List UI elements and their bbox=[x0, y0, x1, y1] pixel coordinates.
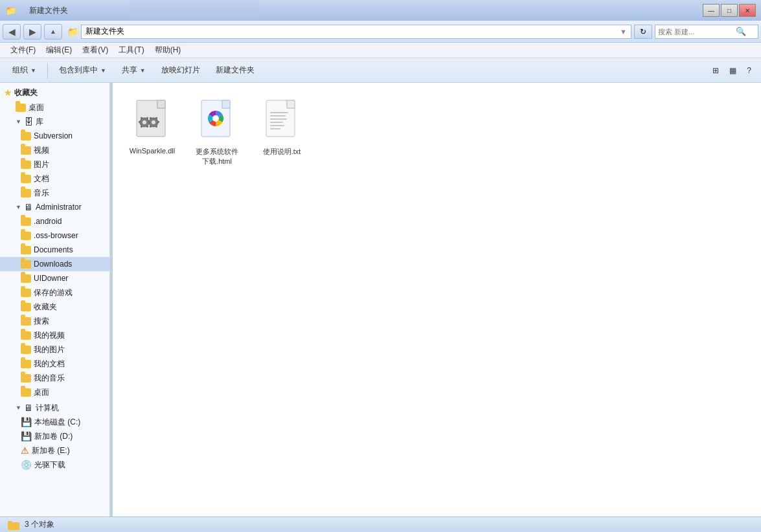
address-bar: ◀ ▶ ▲ 📁 ▼ ↻ 🔍 bbox=[0, 21, 761, 43]
sidebar-item-documents[interactable]: 文档 bbox=[0, 172, 109, 186]
search-box[interactable]: 🔍 bbox=[655, 25, 758, 39]
sidebar-item-drive-d[interactable]: 💾 新加卷 (D:) bbox=[0, 429, 109, 443]
maximize-button[interactable]: □ bbox=[721, 4, 738, 17]
svg-rect-19 bbox=[222, 100, 230, 108]
sidebar-item-my-pictures[interactable]: 我的图片 bbox=[0, 342, 109, 357]
help-button[interactable]: ? bbox=[742, 61, 756, 80]
library-tree-arrow: ▼ bbox=[16, 118, 22, 125]
sidebar-item-music[interactable]: 音乐 bbox=[0, 186, 109, 200]
sidebar-item-pictures[interactable]: 图片 bbox=[0, 157, 109, 172]
file-item-dll[interactable]: WinSparkle.dll bbox=[123, 93, 181, 171]
file-item-txt[interactable]: 使用说明.txt bbox=[253, 93, 311, 171]
menu-view[interactable]: 查看(V) bbox=[77, 43, 113, 57]
close-button[interactable]: ✕ bbox=[739, 4, 756, 17]
up-button[interactable]: ▲ bbox=[44, 24, 62, 39]
library-label: 库 bbox=[36, 116, 43, 127]
folder-icon bbox=[21, 360, 31, 368]
sidebar-item-my-music[interactable]: 我的音乐 bbox=[0, 371, 109, 385]
menu-edit[interactable]: 编辑(E) bbox=[41, 43, 77, 57]
sidebar-item-uidowner[interactable]: UIDowner bbox=[0, 271, 109, 285]
share-arrow: ▼ bbox=[140, 67, 146, 74]
sidebar-item-desktop2[interactable]: 桌面 bbox=[0, 385, 109, 399]
new-folder-button[interactable]: 新建文件夹 bbox=[209, 61, 262, 80]
folder-icon bbox=[21, 303, 31, 311]
sidebar-item-subversion[interactable]: Subversion bbox=[0, 129, 109, 143]
oss-label: .oss-browser bbox=[34, 231, 78, 240]
folder-icon bbox=[21, 317, 31, 326]
sidebar-item-drive-e[interactable]: ⚠ 新加卷 (E:) bbox=[0, 443, 109, 458]
sidebar-item-administrator[interactable]: ▼ 🖥 Administrator bbox=[0, 200, 109, 214]
organize-arrow: ▼ bbox=[30, 67, 36, 74]
organize-button[interactable]: 组织 ▼ bbox=[5, 61, 43, 80]
folder-icon bbox=[21, 374, 31, 382]
svg-rect-23 bbox=[270, 112, 288, 113]
preview-button[interactable]: ▦ bbox=[725, 61, 741, 80]
include-arrow: ▼ bbox=[100, 67, 106, 74]
sidebar-item-my-video[interactable]: 我的视频 bbox=[0, 328, 109, 342]
folder-icon bbox=[16, 104, 26, 112]
svg-rect-7 bbox=[146, 117, 148, 119]
search-icon[interactable]: 🔍 bbox=[736, 27, 746, 36]
sidebar-item-video[interactable]: 视频 bbox=[0, 143, 109, 157]
slideshow-button[interactable]: 放映幻灯片 bbox=[154, 61, 207, 80]
folder-path-icon: 📁 bbox=[67, 27, 78, 37]
html-file-icon bbox=[196, 98, 238, 144]
share-button[interactable]: 共享 ▼ bbox=[115, 61, 153, 80]
dll-file-icon bbox=[131, 98, 173, 144]
drive-e-icon: ⚠ bbox=[21, 445, 29, 456]
view-button[interactable]: ⊞ bbox=[708, 61, 723, 80]
sidebar-item-library[interactable]: ▼ 🗄 库 bbox=[0, 115, 109, 129]
sidebar-item-drive-c[interactable]: 💾 本地磁盘 (C:) bbox=[0, 415, 109, 429]
sidebar-item-my-docs[interactable]: 我的文档 bbox=[0, 357, 109, 371]
sidebar-item-desktop[interactable]: 桌面 bbox=[0, 100, 109, 115]
refresh-button[interactable]: ↻ bbox=[634, 25, 652, 39]
file-item-html[interactable]: 更多系统软件下载.html bbox=[188, 93, 246, 171]
computer-label: 计算机 bbox=[36, 403, 59, 414]
sidebar-item-computer[interactable]: ▼ 🖥 计算机 bbox=[0, 401, 109, 415]
back-button[interactable]: ◀ bbox=[3, 24, 21, 39]
my-video-label: 我的视频 bbox=[34, 330, 65, 341]
folder-icon bbox=[21, 289, 31, 297]
subversion-label: Subversion bbox=[34, 131, 73, 140]
documents-label: 文档 bbox=[34, 173, 49, 184]
sidebar-item-saved-games[interactable]: 保存的游戏 bbox=[0, 285, 109, 300]
sidebar-item-docs[interactable]: Documents bbox=[0, 243, 109, 257]
svg-point-5 bbox=[152, 120, 155, 124]
video-label: 视频 bbox=[34, 145, 49, 156]
sidebar-item-android[interactable]: .android bbox=[0, 214, 109, 228]
search-input[interactable] bbox=[658, 28, 736, 36]
sidebar-favorites-header[interactable]: ★ 收藏夹 bbox=[0, 85, 109, 100]
admin-tree-arrow: ▼ bbox=[16, 204, 22, 210]
folder-icon bbox=[21, 274, 31, 283]
menu-tools[interactable]: 工具(T) bbox=[113, 43, 149, 57]
sidebar-item-drive-extra[interactable]: 💿 光驱下载 bbox=[0, 458, 109, 472]
sidebar-item-search[interactable]: 搜索 bbox=[0, 314, 109, 328]
address-dropdown-arrow[interactable]: ▼ bbox=[620, 28, 627, 36]
sidebar-item-favorites[interactable]: 收藏夹 bbox=[0, 300, 109, 314]
forward-button[interactable]: ▶ bbox=[23, 24, 41, 39]
search-label: 搜索 bbox=[34, 316, 49, 327]
folder-icon bbox=[21, 346, 31, 354]
txt-file-icon bbox=[261, 98, 302, 144]
computer-tree-arrow: ▼ bbox=[16, 405, 22, 411]
folder-icon bbox=[21, 260, 31, 269]
drive-d-icon: 💾 bbox=[21, 431, 32, 441]
drive-e-label: 新加卷 (E:) bbox=[32, 445, 70, 456]
bg-tab1 bbox=[130, 0, 259, 21]
include-library-button[interactable]: 包含到库中 ▼ bbox=[52, 61, 113, 80]
my-pics-label: 我的图片 bbox=[34, 344, 65, 355]
window-folder-icon: 📁 bbox=[5, 5, 16, 16]
sidebar-item-oss[interactable]: .oss-browser bbox=[0, 228, 109, 243]
sidebar-item-downloads[interactable]: Downloads bbox=[0, 257, 109, 271]
admin-label: Administrator bbox=[36, 203, 82, 212]
address-input[interactable] bbox=[85, 27, 617, 36]
minimize-button[interactable]: — bbox=[703, 4, 720, 17]
svg-point-3 bbox=[142, 120, 146, 124]
address-path[interactable]: ▼ bbox=[81, 25, 631, 39]
star-icon: ★ bbox=[4, 88, 12, 98]
favorites-label: 收藏夹 bbox=[14, 87, 38, 98]
menu-file[interactable]: 文件(F) bbox=[5, 43, 41, 57]
folder-icon bbox=[21, 388, 31, 397]
menu-help[interactable]: 帮助(H) bbox=[150, 43, 187, 57]
share-label: 共享 bbox=[122, 65, 137, 76]
